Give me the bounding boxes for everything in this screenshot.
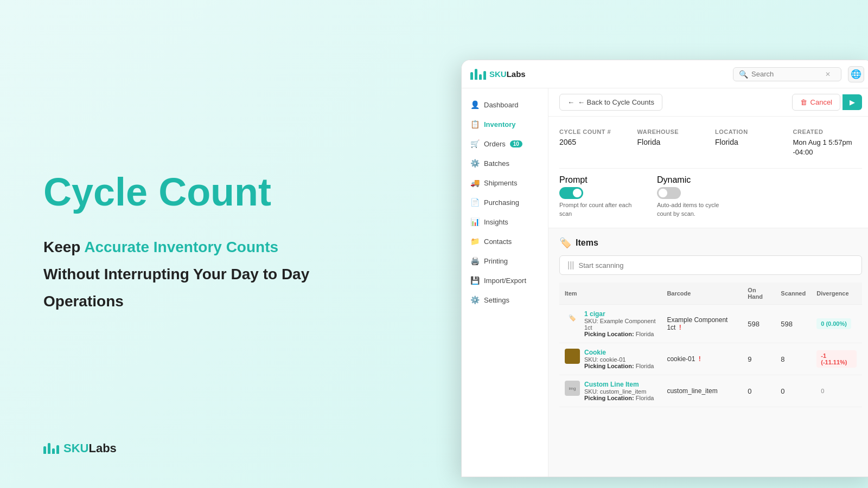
barcode-warn-icon-2: ! — [699, 355, 701, 363]
cancel-button-label: Cancel — [810, 98, 832, 106]
globe-button[interactable]: 🌐 — [848, 66, 864, 82]
trash-icon: 🗑 — [800, 98, 807, 106]
globe-icon: 🌐 — [851, 69, 861, 79]
left-panel: Cycle Count Keep Accurate Inventory Coun… — [0, 0, 369, 488]
scanned-3: 0 — [775, 375, 811, 407]
insights-icon: 📊 — [470, 217, 480, 226]
warehouse-value: Florida — [637, 138, 707, 146]
scanned-2: 8 — [775, 343, 811, 375]
items-table: Item Barcode On Hand Scanned Divergence — [559, 282, 862, 407]
item-cell-2: Cookie SKU: cookie-01 Picking Location: … — [559, 343, 661, 375]
cycle-count-label: Cycle Count # — [559, 129, 611, 135]
item-name-2[interactable]: Cookie — [584, 349, 654, 356]
sidebar-item-insights[interactable]: 📊 Insights — [462, 212, 548, 232]
contacts-icon: 📁 — [470, 237, 480, 246]
item-cell-3: img Custom Line Item SKU: custom_line_it… — [559, 375, 661, 407]
barcode-warn-icon-1: ! — [679, 324, 681, 331]
sidebar-item-purchasing[interactable]: 📄 Purchasing — [462, 192, 548, 212]
prompt-desc: Prompt for count after each scan — [559, 201, 635, 218]
topbar-logo-icon — [470, 69, 486, 80]
sidebar-item-printing[interactable]: 🖨️ Printing — [462, 251, 548, 271]
col-header-barcode: Barcode — [661, 282, 742, 305]
sidebar-item-shipments[interactable]: 🚚 Shipments — [462, 173, 548, 192]
prompt-toggle-group: Prompt Prompt for count after each scan — [559, 175, 635, 218]
subtitle-text-1: Keep — [43, 239, 84, 255]
table-row: img Custom Line Item SKU: custom_line_it… — [559, 375, 862, 407]
main-content: 👤 Dashboard 📋 Inventory 🛒 Orders 10 ⚙️ B… — [462, 88, 868, 477]
subtitle-text-3: Operations — [43, 293, 124, 310]
topbar: SKULabs 🔍 ✕ 🌐 — [462, 60, 868, 88]
sidebar-item-contacts[interactable]: 📁 Contacts — [462, 232, 548, 251]
batches-icon: ⚙️ — [470, 159, 480, 168]
sidebar-label-contacts: Contacts — [484, 237, 512, 246]
sidebar-label-orders: Orders — [484, 140, 506, 148]
logo-labs: Labs — [88, 441, 116, 455]
cycle-count-value: 2065 — [559, 138, 629, 146]
items-header: 🏷️ Items — [559, 237, 862, 249]
item-sku-1: SKU: Example Component 1ct — [584, 318, 656, 331]
sidebar: 👤 Dashboard 📋 Inventory 🛒 Orders 10 ⚙️ B… — [462, 88, 548, 477]
barcode-cell-3: custom_line_item — [661, 375, 742, 407]
scanned-1: 598 — [775, 305, 811, 343]
item-name-3[interactable]: Custom Line Item — [584, 381, 654, 388]
dynamic-toggle[interactable] — [657, 187, 681, 199]
col-header-item: Item — [559, 282, 661, 305]
search-bar[interactable]: 🔍 ✕ — [733, 67, 841, 81]
barcode-text-1: Example Component 1ct — [667, 316, 727, 331]
settings-icon: ⚙️ — [470, 296, 480, 304]
barcode-cell-2: cookie-01 ! — [661, 343, 742, 375]
sidebar-label-batches: Batches — [484, 159, 509, 168]
prompt-toggle[interactable] — [559, 187, 583, 199]
barcode-text-3: custom_line_item — [667, 387, 717, 395]
search-input[interactable] — [751, 70, 822, 78]
sidebar-item-settings[interactable]: ⚙️ Settings — [462, 290, 548, 310]
created-label: Created — [793, 129, 824, 135]
location-value: Florida — [715, 138, 784, 146]
item-icon-1: 🏷️ — [565, 310, 580, 325]
sidebar-label-dashboard: Dashboard — [484, 101, 519, 109]
action-button[interactable]: ▶ — [843, 94, 862, 110]
import-export-icon: 💾 — [470, 276, 480, 285]
item-location-1: Picking Location: Florida — [584, 331, 656, 337]
item-name-1[interactable]: 1 cigar — [584, 310, 656, 318]
cancel-button[interactable]: 🗑 Cancel — [792, 94, 840, 111]
shipments-icon: 🚚 — [470, 178, 480, 187]
clear-icon[interactable]: ✕ — [825, 70, 831, 78]
item-cell-1: 🏷️ 1 cigar SKU: Example Component 1ct Pi… — [559, 305, 661, 343]
app-window: SKULabs 🔍 ✕ 🌐 👤 Dashboard 📋 Inventory 🛒 — [461, 60, 868, 477]
sidebar-item-inventory[interactable]: 📋 Inventory — [462, 114, 548, 134]
item-location-2: Picking Location: Florida — [584, 363, 654, 369]
sidebar-item-import-export[interactable]: 💾 Import/Export — [462, 271, 548, 290]
barcode-icon: ||| — [567, 260, 574, 270]
barcode-cell-1: Example Component 1ct ! — [661, 305, 742, 343]
prompt-label: Prompt — [559, 175, 635, 185]
dynamic-desc: Auto-add items to cycle count by scan. — [657, 201, 733, 218]
sidebar-label-settings: Settings — [484, 296, 509, 304]
cycle-info-section: Cycle Count # 2065 Warehouse Florida Loc… — [548, 117, 868, 228]
sidebar-item-dashboard[interactable]: 👤 Dashboard — [462, 95, 548, 114]
dynamic-label: Dynamic — [657, 175, 733, 185]
sidebar-item-orders[interactable]: 🛒 Orders 10 — [462, 134, 548, 153]
topbar-logo: SKULabs — [470, 69, 726, 80]
orders-icon: 🛒 — [470, 139, 480, 148]
table-row: 🏷️ 1 cigar SKU: Example Component 1ct Pi… — [559, 305, 862, 343]
logo-icon — [43, 443, 59, 454]
divergence-cell-2: -1 (-11.11%) — [811, 343, 862, 375]
dynamic-toggle-group: Dynamic Auto-add items to cycle count by… — [657, 175, 733, 218]
back-arrow-icon: ← — [567, 98, 575, 106]
col-header-divergence: Divergence — [811, 282, 862, 305]
page-area: ← ← Back to Cycle Counts 🗑 Cancel ▶ Cycl… — [548, 88, 868, 477]
scan-input-container[interactable]: ||| — [559, 255, 862, 275]
onhand-2: 9 — [742, 343, 775, 375]
sidebar-label-shipments: Shipments — [484, 179, 517, 187]
items-section: 🏷️ Items ||| Item Barcode On Hand Scanne… — [548, 228, 868, 477]
purchasing-icon: 📄 — [470, 198, 480, 207]
scan-input[interactable] — [578, 261, 854, 269]
subtitle-line-3: Operations — [43, 290, 326, 313]
back-to-cycle-counts-button[interactable]: ← ← Back to Cycle Counts — [559, 94, 662, 111]
created-value: Mon Aug 1 5:57pm-04:00 — [793, 138, 863, 157]
search-icon: 🔍 — [739, 70, 748, 79]
sidebar-label-import-export: Import/Export — [484, 277, 526, 285]
divergence-cell-1: 0 (0.00%) — [811, 305, 862, 343]
sidebar-item-batches[interactable]: ⚙️ Batches — [462, 153, 548, 173]
